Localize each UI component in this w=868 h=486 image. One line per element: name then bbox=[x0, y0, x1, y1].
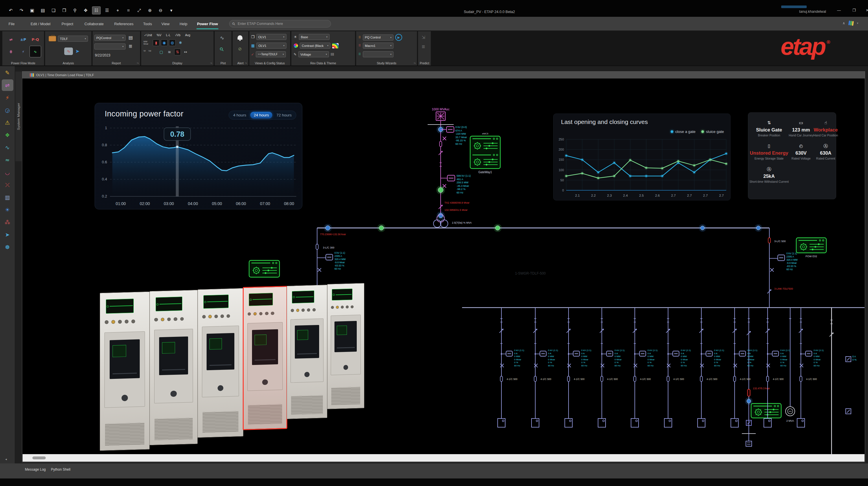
grid-rows-icon[interactable]: ☰ bbox=[103, 6, 112, 15]
sidebar-item-dashboard[interactable]: ☸ bbox=[2, 241, 13, 253]
menu-view[interactable]: View bbox=[160, 17, 171, 31]
sidebar-item-load-flow[interactable]: ⇌ bbox=[2, 79, 13, 91]
wizard1-dropdown[interactable]: PQ Control▾ bbox=[363, 34, 394, 40]
report-format-dropdown[interactable]: PQControl▾ bbox=[94, 35, 126, 41]
power-flow-display-icon[interactable]: ◉ bbox=[161, 39, 167, 46]
arrows-display-icon[interactable]: ⇅ bbox=[174, 49, 181, 55]
base-rev-dropdown[interactable]: Base▾ bbox=[299, 34, 330, 40]
predict-trend-icon[interactable]: ⇲ bbox=[422, 35, 425, 40]
menu-file[interactable]: File bbox=[7, 17, 17, 31]
grid-display-icon[interactable]: ❄ bbox=[177, 39, 184, 46]
balanced-load-flow-icon[interactable]: ⇌ bbox=[5, 34, 17, 45]
wizard3-dropdown[interactable]: ▾ bbox=[363, 51, 394, 57]
presentation-dropdown[interactable]: OLV1▾ bbox=[256, 34, 286, 40]
status-tab-message-log[interactable]: Message Log bbox=[25, 467, 46, 471]
display-toggle-2[interactable]: L-L bbox=[166, 33, 170, 37]
display-toggle-4[interactable]: Avg bbox=[185, 33, 190, 37]
sidebar-item-arc-flash[interactable]: ◶ bbox=[2, 104, 13, 116]
report-alt-dropdown[interactable]: ▾ bbox=[94, 44, 126, 50]
config-dropdown[interactable]: OLV1▾ bbox=[256, 42, 286, 49]
calculator-icon[interactable]: ⌗ bbox=[124, 6, 133, 15]
redo-icon[interactable]: ↷ bbox=[17, 6, 26, 15]
sidebar-item-renewables[interactable]: ☀ bbox=[2, 204, 13, 216]
bars-icon[interactable]: ☰ bbox=[330, 53, 335, 56]
window-display-icon[interactable]: ▢ bbox=[158, 49, 165, 55]
sidebar-item-emobility[interactable]: ➤ bbox=[2, 229, 13, 240]
display-toggle-3[interactable]: √Vb bbox=[175, 33, 181, 37]
report-save-icon[interactable]: ▤ bbox=[128, 35, 133, 40]
theme-dropdown[interactable]: Contrast (Black▾ bbox=[300, 42, 331, 49]
run-wizard-icon[interactable]: ▶ bbox=[395, 34, 402, 41]
undo-icon[interactable]: ↶ bbox=[6, 6, 15, 15]
predict-list-icon[interactable]: ≣ bbox=[422, 44, 425, 49]
plot-curves-icon[interactable]: ∿ bbox=[220, 35, 224, 41]
open-folder-icon[interactable]: ❒ bbox=[60, 6, 69, 15]
scrollbar-thumb[interactable] bbox=[32, 456, 46, 459]
trace-icon[interactable]: ⌖ bbox=[114, 6, 122, 15]
collapse-ribbon-icon[interactable]: ∧ bbox=[842, 21, 845, 25]
rainbow-icon[interactable] bbox=[332, 43, 339, 48]
sidebar-item-contingency[interactable]: ❖ bbox=[2, 129, 13, 141]
ripple-display-icon[interactable]: ≋ bbox=[166, 49, 173, 55]
wizard2-dropdown[interactable]: Macro1▾ bbox=[363, 42, 394, 49]
sidebar-item-edit[interactable]: ✎ bbox=[2, 67, 13, 79]
save-icon[interactable]: ▣ bbox=[28, 6, 36, 15]
width-display-icon[interactable]: ↔ bbox=[182, 49, 189, 55]
sidebar-item-stability[interactable]: ≈ bbox=[2, 154, 13, 166]
sidebar-item-harmonics[interactable]: ⚠ bbox=[2, 117, 13, 128]
menu-edit-model[interactable]: Edit / Model bbox=[29, 17, 52, 31]
menu-help[interactable]: Help bbox=[178, 17, 189, 31]
mode-dropdown[interactable]: Voltage▾ bbox=[298, 51, 329, 57]
plot-zoom-icon[interactable]: ⚲ bbox=[218, 46, 225, 53]
transfer-icon[interactable]: ➤ bbox=[75, 48, 80, 54]
sidebar-collapse-icon[interactable]: ◂ bbox=[5, 457, 7, 461]
study-case-dropdown[interactable]: TDLF▾ bbox=[58, 36, 88, 42]
canvas-tab[interactable]: OLV1 | Time Domain Load Flow | TDLF bbox=[22, 72, 865, 79]
unbalanced-load-flow-icon[interactable]: ±P bbox=[18, 34, 29, 45]
menu-project[interactable]: Project bbox=[60, 17, 75, 31]
revision-dropdown[interactable]: ~~TempTDULF▾ bbox=[256, 51, 286, 57]
run-analysis-icon[interactable]: ∿ bbox=[64, 48, 73, 55]
help-fan-icon[interactable] bbox=[848, 21, 854, 26]
minimize-button[interactable]: — bbox=[837, 8, 841, 12]
menu-tools[interactable]: Tools bbox=[142, 17, 154, 31]
display-toggle-0[interactable]: ✓Unit bbox=[144, 33, 152, 37]
zoom-out-icon[interactable]: ⊖ bbox=[156, 6, 165, 15]
report-pages-icon[interactable]: ≣ bbox=[128, 44, 132, 49]
menu-references[interactable]: References bbox=[113, 17, 135, 31]
study-case-icon[interactable] bbox=[49, 36, 56, 41]
menu-collaborate[interactable]: Collaborate bbox=[83, 17, 105, 31]
system-manager-tab[interactable]: System Manager bbox=[15, 71, 22, 162]
alert-bell-icon[interactable] bbox=[238, 35, 243, 40]
voltage-drop-icon[interactable]: P·Q bbox=[30, 34, 41, 45]
zoom-in-icon[interactable]: ⊕ bbox=[146, 6, 154, 15]
sidebar-item-transient[interactable]: ∿ bbox=[2, 142, 13, 153]
command-box[interactable]: ⚲ bbox=[229, 20, 331, 28]
status-tab-python-shell[interactable]: Python Shell bbox=[51, 467, 70, 471]
more-icon[interactable]: ▾ bbox=[167, 6, 176, 15]
range-tab-4-hours[interactable]: 4 hours bbox=[230, 112, 250, 118]
abc-sequence-icon[interactable]: ⋕ bbox=[5, 46, 17, 57]
sidebar-item-short-circuit[interactable]: ⚡ bbox=[2, 92, 13, 104]
voltage-alert-icon[interactable]: ▮ bbox=[153, 39, 159, 46]
command-input[interactable] bbox=[237, 22, 321, 26]
alert-mute-icon[interactable]: ⊘ bbox=[238, 46, 242, 52]
display-toggle-1[interactable]: %V bbox=[157, 33, 161, 37]
menu-power-flow[interactable]: Power Flow bbox=[195, 17, 220, 31]
sidebar-item-optimal-pf[interactable]: ◡ bbox=[2, 167, 13, 178]
sidebar-item-reliability[interactable]: ⤫ bbox=[2, 179, 13, 191]
close-button[interactable]: ✕ bbox=[866, 8, 868, 12]
print-icon[interactable]: ▤ bbox=[38, 6, 47, 15]
find-icon[interactable]: ⚲ bbox=[71, 6, 79, 15]
pan-icon[interactable]: ✥ bbox=[81, 6, 90, 15]
flow-direction-icon[interactable]: ◍ bbox=[169, 39, 176, 46]
sidebar-item-motor-starting[interactable]: ▥ bbox=[2, 192, 13, 203]
range-tab-72-hours[interactable]: 72 hours bbox=[273, 112, 295, 118]
sidebar-item-network-study[interactable]: ⁂ bbox=[2, 216, 13, 228]
range-tab-24-hours[interactable]: 24 hours bbox=[250, 112, 273, 118]
horizontal-scrollbar[interactable] bbox=[23, 454, 865, 462]
one-line-diagram-icon[interactable]: ☷ bbox=[92, 6, 101, 15]
chevron-down-icon[interactable]: ▾ bbox=[857, 22, 859, 25]
time-domain-load-flow-icon[interactable]: ∿ bbox=[30, 46, 41, 57]
time-series-icon[interactable]: ⚡ bbox=[18, 46, 29, 57]
